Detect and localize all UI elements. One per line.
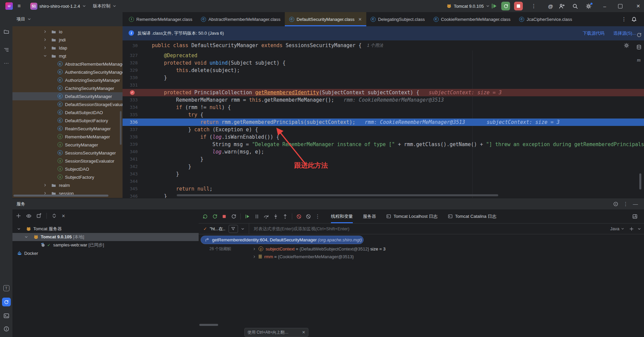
refresh-icon[interactable]	[231, 214, 236, 219]
project-tree-item[interactable]: jndi	[12, 36, 123, 44]
line-number[interactable]: 345	[123, 185, 138, 193]
problems-tool-icon[interactable]	[3, 326, 9, 332]
line-number[interactable]: 343	[123, 170, 138, 178]
line-number[interactable]: 337	[123, 126, 138, 133]
database-icon[interactable]	[636, 44, 642, 50]
project-panel-header[interactable]: 项目	[12, 12, 123, 26]
restart-debug-button[interactable]	[501, 2, 510, 10]
main-menu-button[interactable]: ≡	[15, 0, 23, 12]
line-number[interactable]: 333	[123, 96, 138, 104]
run-config-widget[interactable]: Tomcat 9.0.105	[444, 0, 493, 12]
hide-panel-icon[interactable]: —	[633, 201, 638, 207]
layout-settings-icon[interactable]	[632, 214, 638, 219]
open-new-tab-icon[interactable]	[36, 213, 42, 218]
thread-selector[interactable]: "ht...在...	[210, 226, 225, 232]
ai-assistant-button[interactable]: @	[545, 0, 556, 12]
restart-debug-icon[interactable]	[212, 214, 217, 219]
watch-input[interactable]: 对表达式求值(Enter)或添加监视(Ctrl+Shift+Enter)	[254, 226, 349, 232]
chevron-down-icon[interactable]	[17, 227, 21, 231]
resume-icon[interactable]	[245, 214, 250, 219]
project-tree-item[interactable]: ISubjectFactory	[12, 173, 123, 181]
add-icon[interactable]	[16, 213, 21, 218]
mute-breakpoints-icon[interactable]	[296, 214, 302, 219]
editor-gear-icon[interactable]	[624, 43, 629, 48]
filter-button[interactable]	[229, 225, 238, 233]
pause-icon[interactable]	[254, 214, 260, 219]
chevron-down-icon[interactable]	[43, 54, 47, 58]
line-number[interactable]: 338	[123, 133, 138, 141]
chevron-right-icon[interactable]	[43, 46, 47, 50]
chevron-down-icon[interactable]	[241, 227, 245, 231]
editor-tab[interactable]: CJcaCipherService.class	[515, 12, 576, 26]
history-icon[interactable]	[636, 32, 642, 38]
debug-tab[interactable]: 线程和变量	[331, 209, 353, 223]
kebab-icon[interactable]: ⋮	[623, 201, 628, 207]
close-button[interactable]: ✕	[634, 0, 643, 12]
line-number[interactable]: 342	[123, 163, 138, 170]
variable-row[interactable]: psubjectContext = {DefaultWebSubjectCont…	[252, 245, 385, 252]
project-vscrollbar[interactable]	[120, 111, 122, 145]
variable-row[interactable]: rmm = {CookieRememberMeManager@3513}	[252, 253, 354, 260]
stack-frame-item[interactable]: getRememberedIdentity:604, DefaultSecuri…	[201, 236, 364, 244]
line-number[interactable]: 341	[123, 156, 138, 163]
line-number[interactable]: 334	[123, 104, 138, 111]
line-number[interactable]: 331	[123, 81, 138, 89]
line-number[interactable]: 336	[123, 119, 138, 126]
vcs-widget[interactable]: 版本控制	[90, 0, 119, 12]
project-tree-item[interactable]: CCachingSecurityManager	[12, 84, 123, 92]
more-tools-icon[interactable]: ⋯	[4, 60, 9, 66]
editor-tab[interactable]: IRememberMeManager.class	[125, 12, 197, 26]
frames-hscrollbar[interactable]	[199, 324, 218, 326]
kebab-icon[interactable]: ⋮	[315, 213, 320, 220]
project-tree-item[interactable]: mgt	[12, 52, 123, 60]
code-editor[interactable]: 327@Deprecated328protected void unbind(S…	[123, 50, 644, 198]
project-widget[interactable]: S1 shiro-shiro-root-1.2.4	[28, 0, 89, 12]
editor-tab[interactable]: CCookieRememberMeManager.class	[429, 12, 515, 26]
line-number[interactable]: 339	[123, 141, 138, 148]
close-tab-icon[interactable]: ✕	[358, 17, 362, 22]
line-number[interactable]: 329	[123, 67, 138, 74]
watch-language[interactable]: Java	[610, 226, 619, 231]
close-hint-icon[interactable]: ✕	[302, 330, 305, 335]
step-out-icon[interactable]	[282, 214, 288, 219]
collapse-all-icon[interactable]: ✕	[62, 213, 65, 218]
target-icon[interactable]	[613, 201, 618, 207]
project-tree-item[interactable]: CAbstractRememberMeManager	[12, 60, 123, 68]
project-tree-item[interactable]: CDefaultSubjectDAO	[12, 108, 123, 116]
project-tree-item[interactable]: ISessionStorageEvaluator	[12, 157, 123, 165]
line-number[interactable]: 340	[123, 148, 138, 156]
editor-tab[interactable]: CDefaultSecurityManager.class✕	[285, 12, 366, 26]
line-number[interactable]: 344	[123, 178, 138, 185]
project-tree-item[interactable]: io	[12, 28, 123, 36]
chevron-right-icon[interactable]	[252, 247, 256, 251]
maximize-button[interactable]	[618, 4, 622, 8]
maven-icon[interactable]: m	[637, 57, 641, 63]
project-tree-item[interactable]: CAuthorizingSecurityManager	[12, 76, 123, 84]
search-icon[interactable]	[572, 3, 578, 9]
chevron-right-icon[interactable]	[252, 255, 256, 259]
line-number[interactable]: 346	[123, 193, 138, 198]
project-tree-item[interactable]: CDefaultSubjectFactory	[12, 116, 123, 125]
chevron-right-icon[interactable]	[43, 38, 47, 42]
editor-vscrollbar[interactable]	[639, 173, 641, 190]
step-into-icon[interactable]	[273, 214, 278, 219]
editor-tab[interactable]: CAbstractRememberMeManager.class	[197, 12, 285, 26]
bookmarks-tool-icon[interactable]: T	[3, 285, 9, 291]
step-over-icon[interactable]	[264, 214, 269, 219]
project-tree-item[interactable]: CAuthenticatingSecurityManager	[12, 68, 123, 76]
project-tree-item[interactable]: CRealmSecurityManager	[12, 125, 123, 133]
add-watch-icon[interactable]	[629, 227, 634, 231]
notifications-bell-icon[interactable]	[631, 16, 637, 22]
debug-tab[interactable]: Tomcat Catalina 日志	[448, 209, 497, 223]
line-number[interactable]: 328	[123, 59, 138, 67]
expand-all-icon[interactable]	[52, 213, 57, 218]
view-breakpoints-icon[interactable]	[306, 214, 311, 219]
project-tree-item[interactable]: ldap	[12, 44, 123, 52]
breakpoint-icon[interactable]: ✓	[130, 90, 135, 95]
services-tree-item[interactable]: ✓samples-web:war [已同步]	[12, 241, 199, 249]
line-number[interactable]: 335	[123, 111, 138, 119]
editor-tab[interactable]: CDelegatingSubject.class	[366, 12, 429, 26]
chevron-right-icon[interactable]	[43, 183, 47, 187]
user-plus-icon[interactable]	[559, 3, 565, 9]
line-number[interactable]: 327	[123, 52, 138, 59]
